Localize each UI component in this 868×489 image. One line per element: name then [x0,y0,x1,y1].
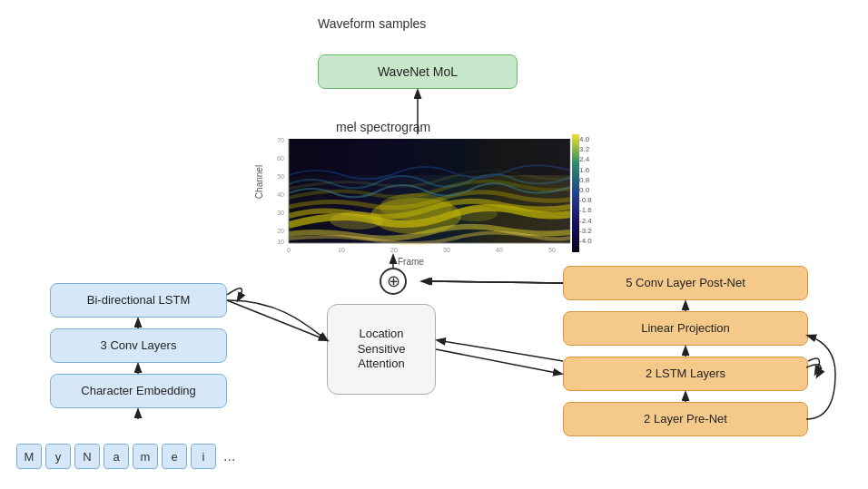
svg-rect-23 [572,134,579,252]
location-sensitive-attention-box: Location Sensitive Attention [327,304,436,395]
svg-rect-4 [289,139,570,175]
svg-text:40: 40 [496,247,503,252]
svg-text:40: 40 [277,191,284,198]
character-tokens: M y N a m e i ... [16,444,235,469]
svg-text:10: 10 [338,247,345,252]
svg-text:50: 50 [277,173,284,180]
svg-line-26 [422,281,563,283]
two-lstm-layers-box: 2 LSTM Layers [563,357,808,391]
svg-point-6 [452,207,498,221]
svg-line-30 [424,281,563,283]
svg-text:20: 20 [390,247,398,252]
svg-text:60: 60 [277,155,284,161]
svg-text:30: 30 [277,210,284,216]
mel-spectrogram-label: mel spectrogram [336,120,430,134]
svg-text:50: 50 [548,247,556,252]
svg-point-3 [380,193,452,220]
character-embedding-box: Character Embedding [50,374,227,408]
svg-text:10: 10 [277,239,284,245]
char-ellipsis: ... [223,448,235,465]
bidirectional-lstm-box: Bi-directional LSTM [50,283,227,318]
colorbar: 4.0 3.2 2.4 1.6 0.8 0.0 -0.8 -1.6 -2.4 -… [579,134,592,246]
two-layer-prenet-box: 2 Layer Pre-Net [563,402,808,436]
five-conv-post-net-box: 5 Conv Layer Post-Net [563,266,808,300]
waveform-samples-label: Waveform samples [318,16,426,31]
wavenet-mol-box: WaveNet MoL [318,54,518,89]
svg-text:20: 20 [277,228,284,234]
svg-point-5 [330,211,384,230]
svg-line-27 [227,300,327,340]
char-token-e: e [162,444,187,469]
svg-text:30: 30 [443,247,450,252]
char-token-m: m [133,444,158,469]
channel-axis-label: Channel [254,165,264,199]
svg-text:0: 0 [287,247,291,252]
char-token-i: i [191,444,216,469]
three-conv-layers-box: 3 Conv Layers [50,328,227,363]
char-token-N: N [74,444,100,469]
frame-axis-label: Frame [398,257,424,267]
addition-node: ⊕ [380,268,407,295]
char-token-y: y [45,444,71,469]
svg-line-28 [436,349,561,374]
diagram: Waveform samples WaveNet MoL mel spectro… [0,0,868,489]
spectrogram: 70 60 50 40 30 20 10 0 10 20 30 40 50 [266,134,575,252]
colorbar-gradient [572,134,579,252]
svg-line-29 [438,340,563,361]
char-token-a: a [104,444,129,469]
svg-text:70: 70 [277,137,284,143]
linear-projection-box: Linear Projection [563,311,808,346]
char-token-M: M [16,444,42,469]
